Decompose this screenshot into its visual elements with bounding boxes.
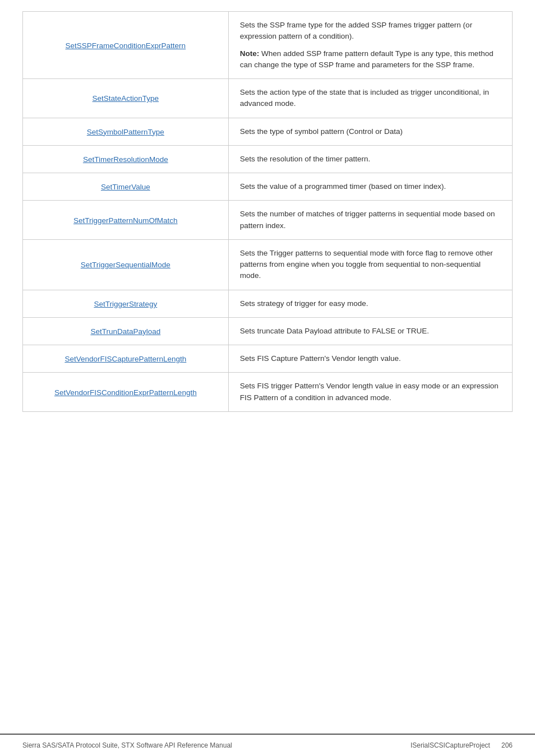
desc-cell: Sets the action type of the state that i…: [228, 79, 512, 118]
method-link[interactable]: SetStateActionType: [93, 94, 159, 103]
desc-note: Note: When added SSP frame pattern defau…: [240, 48, 501, 71]
desc-text: Sets the resolution of the timer pattern…: [240, 154, 501, 165]
desc-text: Sets the Trigger patterns to sequential …: [240, 248, 501, 282]
page-wrapper: SetSSPFrameConditionExprPatternSets the …: [0, 0, 535, 756]
desc-cell: Sets FIS trigger Pattern's Vendor length…: [228, 373, 512, 412]
footer-right-text: ISerialSCSICaptureProject 206: [411, 741, 513, 749]
footer-page-number: 206: [501, 741, 513, 749]
method-link[interactable]: SetTrunDataPayload: [90, 327, 160, 336]
method-cell: SetVendorFISCapturePatternLength: [23, 345, 229, 373]
method-cell: SetTriggerStrategy: [23, 290, 229, 317]
method-link[interactable]: SetSSPFrameConditionExprPattern: [66, 41, 186, 50]
footer: Sierra SAS/SATA Protocol Suite, STX Soft…: [0, 734, 535, 756]
desc-text: Sets FIS Capture Pattern's Vendor length…: [240, 353, 501, 364]
desc-text: Sets the type of symbol pattern (Control…: [240, 126, 501, 137]
footer-left-text: Sierra SAS/SATA Protocol Suite, STX Soft…: [22, 741, 232, 749]
method-link[interactable]: SetTimerValue: [101, 183, 150, 191]
method-cell: SetTrunDataPayload: [23, 317, 229, 345]
desc-text: Sets the value of a programmed timer (ba…: [240, 181, 501, 192]
desc-cell: Sets truncate Data Payload attribute to …: [228, 317, 512, 345]
desc-text: Sets the action type of the state that i…: [240, 87, 501, 110]
desc-cell: Sets the number of matches of trigger pa…: [228, 201, 512, 240]
desc-text: Sets the number of matches of trigger pa…: [240, 208, 501, 231]
desc-text: Sets truncate Data Payload attribute to …: [240, 326, 501, 337]
method-link[interactable]: SetTimerResolutionMode: [83, 155, 168, 164]
table-row: SetTrunDataPayloadSets truncate Data Pay…: [23, 317, 513, 345]
method-link[interactable]: SetTriggerSequentialMode: [81, 261, 170, 269]
desc-cell: Sets the type of symbol pattern (Control…: [228, 118, 512, 145]
footer-label: ISerialSCSICaptureProject: [411, 741, 490, 749]
api-table: SetSSPFrameConditionExprPatternSets the …: [22, 11, 513, 412]
desc-text: Sets FIS trigger Pattern's Vendor length…: [240, 381, 501, 403]
desc-cell: Sets the value of a programmed timer (ba…: [228, 173, 512, 201]
table-row: SetTriggerPatternNumOfMatchSets the numb…: [23, 201, 513, 240]
desc-cell: Sets the resolution of the timer pattern…: [228, 145, 512, 173]
method-link[interactable]: SetSymbolPatternType: [87, 128, 164, 136]
desc-cell: Sets strategy of trigger for easy mode.: [228, 290, 512, 317]
method-cell: SetTriggerSequentialMode: [23, 239, 229, 290]
desc-cell: Sets FIS Capture Pattern's Vendor length…: [228, 345, 512, 373]
table-row: SetSSPFrameConditionExprPatternSets the …: [23, 12, 513, 79]
table-row: SetTimerResolutionModeSets the resolutio…: [23, 145, 513, 173]
table-row: SetStateActionTypeSets the action type o…: [23, 79, 513, 118]
desc-text: Sets strategy of trigger for easy mode.: [240, 298, 501, 309]
table-row: SetTimerValueSets the value of a program…: [23, 173, 513, 201]
method-cell: SetVendorFISConditionExprPatternLength: [23, 373, 229, 412]
desc-cell: Sets the Trigger patterns to sequential …: [228, 239, 512, 290]
method-cell: SetTimerResolutionMode: [23, 145, 229, 173]
table-row: SetVendorFISConditionExprPatternLengthSe…: [23, 373, 513, 412]
method-link[interactable]: SetTriggerStrategy: [94, 300, 157, 308]
method-cell: SetStateActionType: [23, 79, 229, 118]
table-row: SetTriggerStrategySets strategy of trigg…: [23, 290, 513, 317]
desc-text: Sets the SSP frame type for the added SS…: [240, 20, 501, 43]
table-row: SetTriggerSequentialModeSets the Trigger…: [23, 239, 513, 290]
desc-cell: Sets the SSP frame type for the added SS…: [228, 12, 512, 79]
note-bold-label: Note:: [240, 49, 260, 58]
method-cell: SetSymbolPatternType: [23, 118, 229, 145]
table-row: SetSymbolPatternTypeSets the type of sym…: [23, 118, 513, 145]
method-cell: SetTriggerPatternNumOfMatch: [23, 201, 229, 240]
table-row: SetVendorFISCapturePatternLengthSets FIS…: [23, 345, 513, 373]
method-link[interactable]: SetVendorFISConditionExprPatternLength: [54, 388, 197, 397]
method-cell: SetTimerValue: [23, 173, 229, 201]
method-link[interactable]: SetVendorFISCapturePatternLength: [64, 355, 186, 363]
content-area: SetSSPFrameConditionExprPatternSets the …: [0, 0, 535, 734]
method-cell: SetSSPFrameConditionExprPattern: [23, 12, 229, 79]
method-link[interactable]: SetTriggerPatternNumOfMatch: [73, 216, 178, 225]
